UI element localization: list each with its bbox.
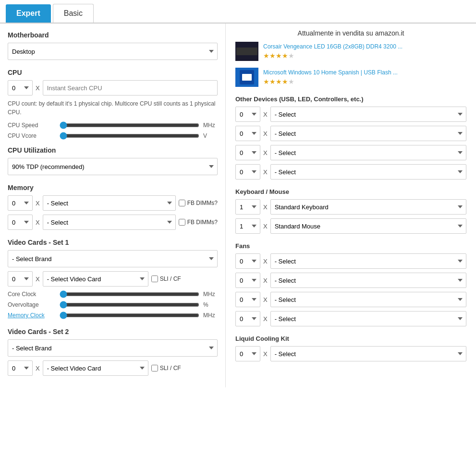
liquid-cooling-select-0[interactable]: - Select (270, 346, 466, 361)
cpu-qty-select[interactable]: 0124 (8, 80, 33, 96)
memory-fbdimms-checkbox-0[interactable] (179, 200, 185, 206)
x-label: X (263, 204, 268, 211)
video-set1-sli[interactable]: SLI / CF (151, 275, 181, 282)
x-label: X (263, 111, 268, 118)
liquid-cooling-qty-0[interactable]: 0123456 (235, 346, 260, 361)
keyboard-mouse-row-1: 0123456XStandard Mouse (235, 218, 466, 234)
fans-select-2[interactable]: - Select (270, 292, 466, 307)
x-label: X (263, 149, 268, 156)
video-set1-card-select[interactable]: - Select Video Card (43, 271, 148, 287)
fans-select-0[interactable]: - Select (270, 253, 466, 269)
fans-qty-3[interactable]: 0123456 (235, 311, 260, 326)
fans-qty-1[interactable]: 0123456 (235, 273, 260, 288)
overvoltage-row: Overvoltage % (8, 301, 218, 309)
keyboard-mouse-qty-0[interactable]: 0123456 (235, 199, 260, 215)
x-label: X (263, 315, 268, 323)
other-devices-qty-3[interactable]: 0123456 (235, 164, 260, 180)
core-clock-slider[interactable] (60, 290, 199, 298)
cpu-vcore-label: CPU Vcore (8, 132, 56, 139)
tab-expert[interactable]: Expert (6, 4, 51, 23)
cpu-search-input[interactable] (43, 80, 218, 96)
keyboard-mouse-qty-1[interactable]: 0123456 (235, 218, 260, 234)
fb-dimms-label-1: FB DIMMs? (187, 219, 218, 226)
memory-select-0[interactable]: - Select (43, 195, 176, 211)
x-label: X (263, 130, 268, 137)
cpu-note: CPU count: by default it's 1 physical ch… (8, 99, 218, 117)
sli-label-1: SLI / CF (160, 275, 181, 282)
x-label: X (263, 168, 268, 176)
memory-clock-unit: MHz (203, 312, 218, 319)
overvoltage-unit: % (203, 301, 218, 308)
memory-fbdimms-checkbox-1[interactable] (179, 219, 185, 226)
video-set2-sli-checkbox[interactable] (151, 365, 158, 371)
other-devices-select-3[interactable]: - Select (270, 164, 466, 180)
other-devices-select-0[interactable]: - Select (270, 107, 466, 122)
memory-select-1[interactable]: - Select (43, 215, 176, 230)
amazon-thumb-0 (235, 42, 258, 61)
video-set1-brand-select[interactable]: - Select Brand (8, 250, 218, 267)
memory-qty-1[interactable]: 01248 (8, 215, 33, 230)
amazon-link-0[interactable]: Corsair Vengeance LED 16GB (2x8GB) DDR4 … (263, 43, 403, 50)
fans-select-1[interactable]: - Select (270, 273, 466, 288)
video-set2-card-select[interactable]: - Select Video Card (43, 360, 148, 376)
fans-qty-2[interactable]: 0123456 (235, 292, 260, 307)
memory-clock-slider[interactable] (60, 311, 199, 319)
amazon-stars-1: ★★★★★ (263, 78, 398, 85)
main-layout: Motherboard Desktop Laptop Server CPU 01… (0, 24, 476, 387)
video-set1-sli-checkbox[interactable] (151, 275, 158, 282)
fb-dimms-label-0: FB DIMMs? (187, 200, 218, 206)
cpu-util-select[interactable]: 90% TDP (recommended) 100% TDP 80% TDP 5… (8, 158, 218, 175)
video-set2-brand-select[interactable]: - Select Brand (8, 339, 218, 357)
video-set2-qty[interactable]: 01234 (8, 360, 33, 376)
cpu-x-label: X (36, 84, 40, 92)
fans-select-3[interactable]: - Select (270, 311, 466, 326)
memory-qty-0[interactable]: 01248 (8, 195, 33, 211)
cpu-row: 0124 X (8, 80, 218, 96)
amazon-stars-0: ★★★★★ (263, 52, 403, 60)
other-devices-qty-0[interactable]: 0123456 (235, 107, 260, 122)
core-clock-label: Core Clock (8, 291, 56, 298)
tab-basic[interactable]: Basic (53, 4, 94, 23)
other-devices-row-1: 0123456X- Select (235, 126, 466, 141)
video-set2-sli[interactable]: SLI / CF (151, 365, 181, 371)
other-devices-rows: 0123456X- Select0123456X- Select0123456X… (235, 107, 466, 180)
video-set1-qty[interactable]: 01234 (8, 271, 33, 287)
motherboard-select[interactable]: Desktop Laptop Server (8, 43, 218, 60)
other-devices-qty-1[interactable]: 0123456 (235, 126, 260, 141)
other-devices-select-2[interactable]: - Select (270, 145, 466, 160)
cpu-speed-slider[interactable] (60, 121, 199, 129)
overvoltage-label: Overvoltage (8, 301, 56, 308)
video-set2-label: Video Cards - Set 2 (8, 328, 218, 335)
x-label: X (263, 350, 268, 358)
fans-row-3: 0123456X- Select (235, 311, 466, 326)
left-panel: Motherboard Desktop Laptop Server CPU 01… (0, 24, 226, 387)
memory-fbdimms-0[interactable]: FB DIMMs? (179, 200, 218, 206)
memory-clock-label[interactable]: Memory Clock (8, 312, 56, 319)
fans-row-0: 0123456X- Select (235, 253, 466, 269)
memory-row-1: 01248 X - Select FB DIMMs? (8, 215, 218, 230)
memory-label: Memory (8, 184, 218, 192)
other-devices-select-1[interactable]: - Select (270, 126, 466, 141)
cpu-vcore-slider[interactable] (60, 132, 199, 140)
fans-rows: 0123456X- Select0123456X- Select0123456X… (235, 253, 466, 326)
keyboard-mouse-select-0[interactable]: Standard Keyboard (270, 199, 466, 215)
fans-row-1: 0123456X- Select (235, 273, 466, 288)
amazon-info-0: Corsair Vengeance LED 16GB (2x8GB) DDR4 … (263, 43, 403, 60)
x-label: X (263, 258, 268, 265)
other-devices-qty-2[interactable]: 0123456 (235, 145, 260, 160)
memory-fbdimms-1[interactable]: FB DIMMs? (179, 219, 218, 226)
cpu-util-label: CPU Utilization (8, 146, 218, 154)
amazon-item-1: Microsoft Windows 10 Home Spanish | USB … (235, 68, 466, 87)
amazon-link-1[interactable]: Microsoft Windows 10 Home Spanish | USB … (263, 69, 398, 76)
memory-clock-row: Memory Clock MHz (8, 311, 218, 319)
x-label: X (263, 277, 268, 284)
x-label: X (263, 296, 268, 303)
cpu-label: CPU (8, 69, 218, 76)
overvoltage-slider[interactable] (60, 301, 199, 309)
keyboard-mouse-row-0: 0123456XStandard Keyboard (235, 199, 466, 215)
video-set1-row: 01234 X - Select Video Card SLI / CF (8, 271, 218, 287)
keyboard-mouse-select-1[interactable]: Standard Mouse (270, 218, 466, 234)
fans-qty-0[interactable]: 0123456 (235, 253, 260, 269)
memory-row-0: 01248 X - Select FB DIMMs? (8, 195, 218, 211)
other-devices-row-0: 0123456X- Select (235, 107, 466, 122)
